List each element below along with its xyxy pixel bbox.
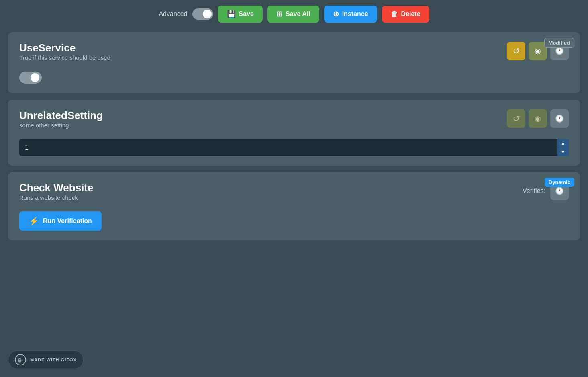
save-button[interactable]: 💾 Save <box>218 6 263 23</box>
unrelated-number-input[interactable] <box>19 139 557 156</box>
eye-icon: ◉ <box>535 47 541 55</box>
advanced-label: Advanced <box>159 10 187 18</box>
modified-badge: Modified <box>544 38 574 48</box>
delete-button[interactable]: 🗑 Delete <box>382 6 429 23</box>
cards-container: Modified UseService True if this service… <box>0 28 588 244</box>
delete-label: Delete <box>401 10 421 18</box>
spinner-down-button[interactable]: ▼ <box>557 148 569 156</box>
number-spinners: ▲ ▼ <box>557 139 569 156</box>
refresh-icon: ↺ <box>513 114 520 123</box>
check-website-card: Dynamic Check Website Runs a website che… <box>8 172 580 240</box>
card-title-section: UseService True if this service should b… <box>19 42 507 68</box>
use-service-description: True if this service should be used <box>19 54 507 61</box>
run-verification-button[interactable]: ⚡ Run Verification <box>19 211 102 231</box>
check-website-layout: Check Website Runs a website check Verif… <box>19 182 569 208</box>
instance-label: Instance <box>342 10 368 18</box>
unrelated-view-button[interactable]: ◉ <box>529 109 547 128</box>
instance-button[interactable]: ⊕ Instance <box>324 6 377 23</box>
spinner-up-button[interactable]: ▲ <box>557 139 569 148</box>
unrelated-content: ▲ ▼ <box>19 139 569 156</box>
save-all-label: Save All <box>286 10 310 18</box>
save-all-icon: ⊞ <box>276 10 282 18</box>
unrelated-setting-title: UnrelatedSetting <box>19 109 507 122</box>
history-icon: 🕐 <box>555 47 564 55</box>
unrelated-title-section: UnrelatedSetting some other setting <box>19 109 507 136</box>
use-service-refresh-button[interactable]: ↺ <box>507 42 525 60</box>
number-input-wrapper: ▲ ▼ <box>19 139 569 156</box>
lightning-icon: ⚡ <box>29 216 39 226</box>
eye-icon: ◉ <box>535 114 541 123</box>
trash-icon: 🗑 <box>391 10 398 18</box>
check-website-content: ⚡ Run Verification <box>19 211 569 231</box>
refresh-icon: ↺ <box>513 46 520 56</box>
unrelated-history-button[interactable]: 🕐 <box>550 109 569 128</box>
verifies-label: Verifies: <box>523 187 545 195</box>
history-icon: 🕐 <box>555 186 564 195</box>
check-website-title-section: Check Website Runs a website check <box>19 182 523 208</box>
check-website-title: Check Website <box>19 182 523 194</box>
plus-circle-icon: ⊕ <box>333 10 339 18</box>
gifox-logo-icon <box>15 354 26 365</box>
save-all-button[interactable]: ⊞ Save All <box>267 6 319 23</box>
unrelated-setting-description: some other setting <box>19 122 507 129</box>
dynamic-badge: Dynamic <box>545 178 574 187</box>
advanced-toggle[interactable] <box>192 8 213 20</box>
use-service-card: Modified UseService True if this service… <box>8 32 580 93</box>
use-service-content <box>19 72 569 84</box>
run-verification-label: Run Verification <box>43 217 92 225</box>
save-label: Save <box>239 10 254 18</box>
card-header: UseService True if this service should b… <box>19 42 569 68</box>
check-website-description: Runs a website check <box>19 194 523 201</box>
svg-point-2 <box>21 359 22 360</box>
use-service-title: UseService <box>19 42 507 54</box>
save-icon: 💾 <box>227 10 236 18</box>
footer: MADE WITH GIFOX <box>8 350 84 369</box>
svg-point-1 <box>19 359 20 360</box>
made-with-label: MADE WITH GIFOX <box>30 357 77 362</box>
unrelated-action-buttons: ↺ ◉ 🕐 <box>507 109 569 128</box>
unrelated-refresh-button[interactable]: ↺ <box>507 109 525 128</box>
history-icon: 🕐 <box>555 114 564 123</box>
toolbar: Advanced 💾 Save ⊞ Save All ⊕ Instance 🗑 … <box>0 0 588 28</box>
unrelated-header: UnrelatedSetting some other setting ↺ ◉ … <box>19 109 569 136</box>
use-service-toggle[interactable] <box>19 72 42 84</box>
unrelated-setting-card: UnrelatedSetting some other setting ↺ ◉ … <box>8 100 580 166</box>
